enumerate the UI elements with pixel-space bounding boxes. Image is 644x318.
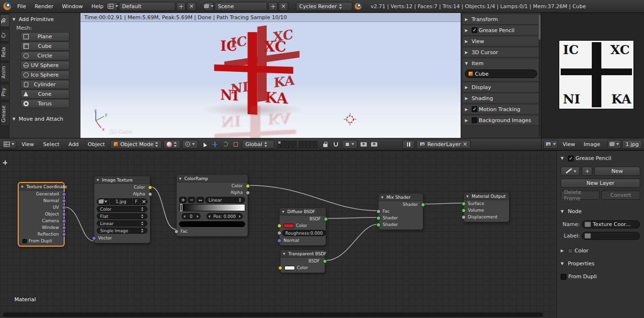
add-mesh-uvsphere-button[interactable]: UV Sphere	[21, 61, 69, 70]
node-header[interactable]: Material Output	[464, 193, 509, 200]
image-editor-view[interactable]: IC XC NI KA	[541, 13, 644, 138]
add-mesh-icosphere-button[interactable]: Ico Sphere	[21, 70, 69, 80]
editor-type-selector[interactable]	[2, 140, 16, 149]
viewport-3d[interactable]: Time:00:02.91 | Mem:5.69M, Peak:5.69M | …	[80, 13, 461, 138]
panel-shading[interactable]: Shading	[462, 93, 540, 103]
collapse-arrow-icon[interactable]	[381, 195, 385, 199]
pivot-point-selector[interactable]	[182, 140, 198, 149]
colorramp-gradient[interactable]	[179, 204, 245, 211]
transparent-color-swatch[interactable]	[284, 266, 295, 270]
blender-logo-icon[interactable]	[3, 2, 11, 10]
background-images-checkbox[interactable]	[472, 117, 477, 123]
image-name-field[interactable]: 1.jpg	[110, 198, 132, 205]
menu-help[interactable]: Help	[88, 0, 107, 12]
tab-grease-pencil[interactable]: Grease	[0, 102, 10, 126]
panel-item[interactable]: Item	[462, 58, 540, 68]
collapse-arrow-icon[interactable]	[561, 209, 566, 214]
panel-3d-cursor[interactable]: 3D Cursor	[462, 47, 540, 57]
node-texture-coordinate[interactable]: Texture Coordinate Generated Normal UV O…	[18, 182, 64, 246]
collapse-arrow-icon[interactable]	[466, 194, 470, 198]
input-socket-color[interactable]	[278, 266, 282, 270]
collapse-arrow-icon[interactable]	[561, 156, 566, 160]
gradient-stop-handle[interactable]	[180, 204, 182, 211]
add-layout-button[interactable]	[176, 2, 186, 11]
add-grease-pencil-button[interactable]	[582, 167, 592, 176]
menu-view[interactable]: View	[18, 138, 38, 150]
collapse-arrow-icon[interactable]	[12, 17, 18, 22]
expand-region-button[interactable]	[3, 160, 7, 165]
collapse-arrow-icon[interactable]	[465, 61, 470, 66]
image-datablock-name[interactable]: 1.jpg	[622, 140, 642, 149]
input-socket-normal[interactable]	[277, 238, 282, 243]
color-panel-header[interactable]: Color	[561, 248, 640, 254]
output-socket-uv[interactable]	[62, 205, 66, 210]
panel-display[interactable]: Display	[462, 82, 540, 92]
add-mesh-torus-button[interactable]: Torus	[21, 99, 69, 108]
menu-add[interactable]: Add	[65, 138, 82, 150]
collapse-arrow-icon[interactable]	[21, 185, 25, 188]
input-socket-roughness[interactable]	[277, 231, 282, 235]
grease-pencil-panel-header[interactable]: Grease Pencil	[561, 155, 640, 161]
collapse-arrow-icon[interactable]	[12, 117, 18, 121]
layer-group-1[interactable]	[278, 141, 296, 148]
image-browse-button[interactable]	[608, 140, 621, 149]
from-dupli-checkbox[interactable]	[23, 239, 27, 243]
object-name-field[interactable]: Cube	[465, 69, 537, 78]
unlink-image-button[interactable]	[140, 198, 147, 205]
snap-element-selector[interactable]	[342, 140, 358, 149]
input-socket-fac[interactable]	[376, 209, 381, 214]
node-header[interactable]: Mix Shader	[379, 193, 423, 201]
menu-window[interactable]: Window	[58, 0, 87, 12]
node-editor-horizontal-scrollbar[interactable]	[3, 313, 543, 317]
mode-selector[interactable]: Object Mode	[110, 140, 162, 149]
manipulator-pointer-button[interactable]	[200, 140, 209, 149]
convert-button[interactable]: Convert	[601, 191, 640, 200]
opengl-render-anim-button[interactable]	[370, 140, 379, 149]
node-mix-shader[interactable]: Mix Shader Shader Fac Shader Shader	[378, 193, 423, 230]
collapse-arrow-icon[interactable]	[465, 96, 470, 101]
collapse-arrow-icon[interactable]	[465, 50, 470, 55]
new-layer-button[interactable]: New Layer	[561, 179, 640, 188]
input-socket-shader-1[interactable]	[376, 216, 381, 220]
transform-orientation-selector[interactable]: Global	[242, 140, 274, 149]
panel-background-images[interactable]: Background Images	[462, 115, 540, 125]
layers-widget[interactable]	[278, 141, 317, 148]
roughness-slider[interactable]: Roughness:0.000	[282, 230, 326, 236]
manipulator-rotate-button[interactable]	[221, 140, 230, 149]
collapse-arrow-icon[interactable]	[465, 107, 470, 112]
output-socket-color[interactable]	[246, 184, 250, 188]
node-label-field[interactable]	[582, 232, 640, 240]
manipulator-scale-button[interactable]	[231, 140, 240, 149]
output-socket-window[interactable]	[62, 226, 66, 230]
tab-tools[interactable]: To	[0, 14, 10, 27]
scene-browse-button[interactable]	[204, 2, 214, 11]
interpolation-selector[interactable]: Linear	[97, 220, 147, 227]
flip-ramp-button[interactable]	[196, 197, 204, 203]
motion-tracking-checkbox[interactable]	[472, 106, 477, 112]
node-colorramp[interactable]: ColorRamp Color Alpha Linear 0 Pos: 0.00…	[176, 174, 248, 237]
collapse-arrow-icon[interactable]	[179, 177, 183, 180]
pause-render-button[interactable]	[402, 140, 415, 149]
collapse-arrow-icon[interactable]	[465, 118, 470, 123]
panel-transform[interactable]: Transform	[462, 14, 540, 24]
input-socket-vector[interactable]	[92, 236, 96, 240]
collapse-arrow-icon[interactable]	[465, 39, 470, 44]
properties-panel-header[interactable]: Properties	[561, 261, 640, 267]
projection-selector[interactable]: Flat	[97, 213, 147, 219]
output-socket-reflection[interactable]	[62, 232, 66, 237]
node-header[interactable]: ColorRamp	[177, 175, 248, 182]
render-layer-selector[interactable]: RenderLayer	[416, 140, 471, 149]
stop-color-swatch[interactable]	[179, 221, 245, 227]
add-stop-button[interactable]	[179, 197, 187, 203]
delete-scene-button[interactable]	[279, 2, 288, 11]
cursor-3d-icon[interactable]	[344, 113, 356, 125]
panel-view[interactable]: View	[462, 36, 540, 46]
node-editor-canvas[interactable]: Texture Coordinate Generated Normal UV O…	[0, 150, 556, 318]
fake-user-button[interactable]: F	[133, 198, 140, 205]
menu-image[interactable]: Image	[580, 138, 604, 150]
add-mesh-cylinder-button[interactable]: Cylinder	[21, 80, 69, 89]
input-socket-volume[interactable]	[462, 208, 466, 213]
delete-layout-button[interactable]	[187, 2, 196, 11]
collapse-arrow-icon[interactable]	[97, 178, 101, 182]
node-diffuse-bsdf[interactable]: Diffuse BSDF BSDF Color Roughness:0.000 …	[279, 207, 326, 246]
